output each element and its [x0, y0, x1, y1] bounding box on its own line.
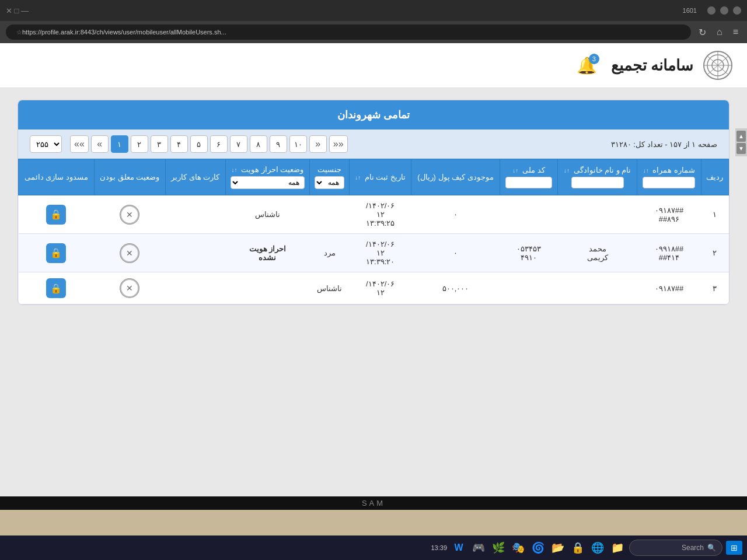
cell-mojudi-3: ۵۰۰,۰۰۰	[411, 272, 500, 304]
filter-jensiyat[interactable]: همه مرد زن	[315, 176, 344, 189]
star-icon: ☆	[16, 29, 22, 36]
taskbar-icon-app2[interactable]: 🎭	[510, 540, 526, 556]
page-btn-10[interactable]: ۱۰	[289, 135, 307, 153]
taskbar-icon-files[interactable]: 📁	[609, 540, 626, 556]
taskbar-icon-folder[interactable]: 📂	[550, 540, 566, 556]
taskbar-icon-lock[interactable]: 🔒	[570, 540, 586, 556]
cell-nam-2: محمدکریمی	[558, 234, 637, 272]
scroll-up-btn[interactable]: ▲	[736, 131, 746, 142]
cell-tarikh-1: ۱۴۰۲/۰۶/۱۲۱۳:۳۹:۲۵	[349, 195, 411, 234]
cell-masdud-3: 🔒	[19, 272, 95, 304]
per-page-select[interactable]: ۲۵۵ ۲۵ ۵۰ ۱۰۰	[30, 135, 62, 153]
cell-ehraz-3	[225, 272, 309, 304]
taskbar-search-box[interactable]: 🔍 Search	[629, 540, 722, 556]
sort-tarikh-icon[interactable]: ↑↓	[355, 174, 361, 181]
sort-ehraz-icon[interactable]: ↑↓	[232, 167, 238, 173]
cell-radif: ۱	[701, 195, 728, 234]
col-tarikh: تاریخ ثبت نام ↑↓	[349, 159, 411, 195]
taskbar-icon-app1[interactable]: 🌀	[530, 540, 546, 556]
col-radif: ردیف	[701, 159, 728, 195]
sort-shomare-icon[interactable]: ↑↓	[643, 167, 649, 174]
browser-titlebar: 1601 — □ ✕	[0, 0, 747, 21]
nav-home[interactable]: ⌂	[714, 26, 725, 38]
cancel-circle-btn-3[interactable]	[120, 278, 139, 298]
cell-nam-3	[558, 272, 637, 304]
taskbar-icon-word[interactable]: W	[451, 540, 467, 556]
cell-moalagh-1	[94, 195, 165, 234]
taskbar-right: 13:39	[431, 544, 447, 551]
nav-back[interactable]: ≡	[730, 26, 741, 38]
page-container: تمامی شهروندان صفحه ۱ از ۱۵۷ - تعداد کل:…	[18, 100, 729, 305]
col-masdud: مسدود سازی دائمی	[19, 159, 95, 195]
page-btn-5[interactable]: ۵	[190, 135, 208, 153]
sort-nam-icon[interactable]: ↑↓	[564, 167, 570, 174]
app-header: سامانه تجمیع 🔔 3	[0, 43, 747, 88]
min-btn[interactable]	[720, 6, 728, 15]
page-btn-3[interactable]: ۳	[151, 135, 168, 153]
tab-label: 1601	[683, 7, 697, 14]
search-placeholder: Search	[682, 544, 704, 552]
page-btn-8[interactable]: ۸	[250, 135, 267, 153]
cell-jensiyat-2: مرد	[310, 234, 350, 272]
filter-ehraz[interactable]: همه احراز شده احراز نشده ناشناس	[231, 176, 305, 189]
cell-code-3	[500, 272, 558, 304]
lock-btn-3[interactable]: 🔒	[46, 278, 66, 298]
cancel-circle-btn-1[interactable]	[120, 205, 139, 225]
sort-code-icon[interactable]: ↑↓	[512, 167, 518, 174]
page-btn-9[interactable]: ۹	[270, 135, 287, 153]
page-prev-btn[interactable]: «	[91, 135, 109, 153]
page-btn-7[interactable]: ۷	[230, 135, 247, 153]
page-first-btn[interactable]: ««	[70, 135, 89, 153]
close-btn[interactable]	[733, 6, 741, 15]
lock-btn-2[interactable]: 🔒	[46, 243, 66, 263]
page-next-btn[interactable]: »	[309, 135, 327, 153]
taskbar: ⊞ 🔍 Search 📁 🌐 🔒 📂 🌀 🎭 🌿 🎮 W 13:39	[0, 536, 747, 560]
table-row: ۳ ۰۹۱۸۷## ۵۰۰,۰۰۰ ۱۴۰۲/۰۶/۱۲ ناشناس 🔒	[19, 272, 729, 304]
cell-ehraz-2: احراز هویتنشده	[225, 234, 309, 272]
cell-ehraz-1: ناشناس	[225, 195, 309, 234]
max-btn[interactable]	[707, 6, 715, 15]
section-title: تمامی شهروندان	[18, 100, 729, 130]
data-table: ردیف شماره همراه ↑↓ نام و نام خانوادگی ↑…	[18, 159, 729, 304]
cancel-circle-btn-2[interactable]	[120, 243, 139, 263]
col-nam: نام و نام خانوادگی ↑↓	[558, 159, 637, 195]
taskbar-icon-browser2[interactable]: 🌿	[490, 540, 507, 556]
app-logo-icon	[703, 50, 733, 80]
cell-tarikh-2: ۱۴۰۲/۰۶/۱۲۱۳:۳۹:۲۰	[349, 234, 411, 272]
scroll-down-btn[interactable]: ▼	[736, 143, 746, 154]
cell-masdud-2: 🔒	[19, 234, 95, 272]
taskbar-icon-app3[interactable]: 🎮	[470, 540, 487, 556]
browser-toolbar: ≡ ⌂ ↻ ☆ https://profile.arak.ir:8443/ch/…	[0, 21, 747, 43]
cell-code-1	[500, 195, 558, 234]
cell-nam-1	[558, 195, 637, 234]
col-code-melli: کد ملی ↑↓	[500, 159, 558, 195]
page-btn-2[interactable]: ۲	[131, 135, 148, 153]
table-row: ۲ ۰۹۹۱۸####۴۱۴ محمدکریمی ۰۵۳۴۵۳۴۹۱۰ ۰ ۱۴…	[19, 234, 729, 272]
taskbar-icon-browser1[interactable]: 🌐	[589, 540, 606, 556]
url-text: https://profile.arak.ir:8443/ch/views/us…	[22, 29, 226, 36]
col-vaziyat-moalagh: وضعیت معلق بودن	[94, 159, 165, 195]
cell-moalagh-3	[94, 272, 165, 304]
start-button[interactable]: ⊞	[726, 541, 742, 555]
col-mojudi: موجودی کیف پول (ریال)	[411, 159, 500, 195]
cell-kart-3	[165, 272, 225, 304]
nav-reload[interactable]: ↻	[696, 26, 709, 39]
cell-shomare-1: ۰۹۱۸۷####۸۹۶	[637, 195, 701, 234]
page-btn-6[interactable]: ۶	[210, 135, 228, 153]
cell-kart-2	[165, 234, 225, 272]
pagination-info: صفحه ۱ از ۱۵۷ - تعداد کل: ۳۱۲۸۰	[611, 140, 717, 149]
filter-code[interactable]	[505, 177, 552, 188]
address-bar[interactable]: ☆ https://profile.arak.ir:8443/ch/views/…	[6, 24, 691, 40]
filter-shomare[interactable]	[643, 177, 695, 188]
page-last-btn[interactable]: »»	[329, 135, 348, 153]
cell-kart-1	[165, 195, 225, 234]
search-icon: 🔍	[707, 544, 716, 552]
lock-btn-1[interactable]: 🔒	[46, 205, 66, 225]
notification-bell[interactable]: 🔔 3	[577, 56, 597, 75]
cell-masdud-1: 🔒	[19, 195, 95, 234]
cell-mojudi-1: ۰	[411, 195, 500, 234]
cell-code-2: ۰۵۳۴۵۳۴۹۱۰	[500, 234, 558, 272]
page-btn-4[interactable]: ۴	[170, 135, 188, 153]
filter-nam[interactable]	[571, 177, 624, 188]
page-btn-1[interactable]: ۱	[111, 135, 128, 153]
